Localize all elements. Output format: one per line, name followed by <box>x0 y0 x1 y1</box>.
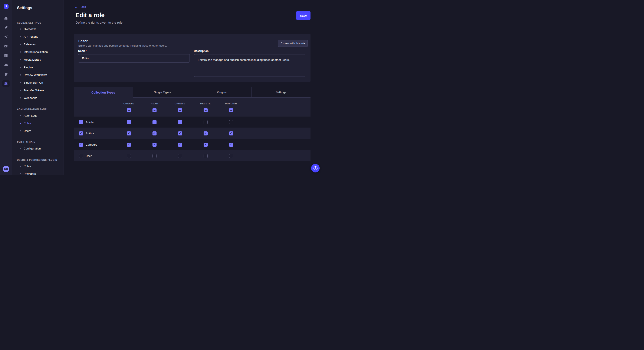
permission-row-category: Category <box>74 139 310 150</box>
sidebar-item-configuration[interactable]: Configuration <box>17 145 63 152</box>
checkbox-category-publish[interactable] <box>229 143 233 147</box>
nav-list: OverviewAPI TokensReleasesInternationali… <box>17 25 63 102</box>
role-fields: Name* Description Editors can manage and… <box>78 49 306 78</box>
save-button[interactable]: Save <box>296 11 310 20</box>
description-field-group: Description Editors can manage and publi… <box>194 49 306 78</box>
permissions-header: CREATEREADUPDATEDELETEPUBLISH <box>74 98 310 116</box>
tab-settings[interactable]: Settings <box>251 87 311 98</box>
checkbox-author-publish[interactable] <box>229 131 233 136</box>
checkbox-category-create[interactable] <box>127 143 131 147</box>
name-label: Name* <box>78 49 190 53</box>
checkbox-article-read[interactable] <box>152 120 156 124</box>
permissions-panel: CREATEREADUPDATEDELETEPUBLISH ArticleAut… <box>74 98 310 161</box>
tab-single-types[interactable]: Single Types <box>133 87 192 98</box>
checkbox-author-read[interactable] <box>152 131 156 136</box>
strapi-admin-app: KD Settings GLOBAL SETTINGSOverviewAPI T… <box>0 0 322 175</box>
sidebar-item-audit-logs[interactable]: Audit Logs <box>17 112 63 119</box>
media-library-icon[interactable] <box>4 44 8 48</box>
permissions-rows: ArticleAuthorCategoryUser <box>74 116 310 161</box>
checkbox-category-update[interactable] <box>178 143 182 147</box>
paper-plane-icon[interactable] <box>4 35 8 39</box>
permissions-tabs: Collection TypesSingle TypesPluginsSetti… <box>74 87 310 98</box>
checkbox-article-delete[interactable] <box>204 120 208 124</box>
tab-plugins[interactable]: Plugins <box>192 87 251 98</box>
help-button[interactable]: ? <box>311 164 320 173</box>
feather-icon[interactable] <box>4 25 8 29</box>
checkbox-author-create[interactable] <box>127 131 131 136</box>
description-label: Description <box>194 49 306 53</box>
checkbox-user-update[interactable] <box>178 154 182 158</box>
strapi-logo-icon[interactable] <box>4 4 8 9</box>
select-all-checkbox-update[interactable] <box>178 108 182 112</box>
checkbox-author-update[interactable] <box>178 131 182 136</box>
checkbox-user-delete[interactable] <box>204 154 208 158</box>
gear-icon[interactable] <box>2 80 10 87</box>
tab-collection-types[interactable]: Collection Types <box>74 87 133 98</box>
sidebar-item-internationalization[interactable]: Internationalization <box>17 48 63 56</box>
sidebar-item-roles[interactable]: Roles <box>17 162 63 170</box>
sidebar-item-roles[interactable]: Roles <box>17 119 63 127</box>
sidebar-item-users[interactable]: Users <box>17 127 63 135</box>
checkbox-category-read[interactable] <box>152 143 156 147</box>
sidebar-item-plugins[interactable]: Plugins <box>17 63 63 71</box>
sidebar-item-review-workflows[interactable]: Review Workflows <box>17 71 63 79</box>
checkbox-article-create[interactable] <box>127 120 131 124</box>
users-with-role-button[interactable]: 0 users with this role <box>278 40 308 47</box>
cloud-icon[interactable] <box>4 63 8 67</box>
layout-icon[interactable] <box>4 53 8 58</box>
row-label-author: Author <box>86 132 94 135</box>
checkbox-author-delete[interactable] <box>204 131 208 136</box>
sidebar-item-api-tokens[interactable]: API Tokens <box>17 33 63 40</box>
select-all-checkbox-delete[interactable] <box>204 108 208 112</box>
select-all-checkbox-publish[interactable] <box>229 108 233 112</box>
nav-section-label: EMAIL PLUGIN <box>17 141 63 144</box>
sidebar-item-webhooks[interactable]: Webhooks <box>17 94 63 102</box>
row-checkbox-user[interactable] <box>79 154 83 158</box>
question-mark-icon: ? <box>314 166 318 170</box>
checkbox-user-read[interactable] <box>152 154 156 158</box>
nav-list: Configuration <box>17 145 63 152</box>
main-nav-rail: KD <box>0 0 12 175</box>
nav-section-label: USERS & PERMISSIONS PLUGIN <box>17 159 63 161</box>
page-title: Edit a role <box>76 12 104 19</box>
sidebar-item-releases[interactable]: Releases <box>17 40 63 48</box>
checkbox-user-create[interactable] <box>127 154 131 158</box>
main-content: ← Back Edit a role Define the rights giv… <box>64 0 322 175</box>
home-icon[interactable] <box>4 16 8 20</box>
permission-row-author: Author <box>74 128 310 139</box>
nav-list: RolesProviders <box>17 162 63 175</box>
column-labels-row: CREATEREADUPDATEDELETEPUBLISH <box>74 102 310 105</box>
description-textarea[interactable]: Editors can manage and publish contents … <box>194 54 306 77</box>
sidebar-item-media-library[interactable]: Media Library <box>17 56 63 63</box>
row-label-category: Category <box>86 143 97 146</box>
select-all-checkbox-create[interactable] <box>127 108 131 112</box>
row-label-user: User <box>86 154 92 158</box>
checkbox-user-publish[interactable] <box>229 154 233 158</box>
page-subtitle: Define the rights given to the role <box>76 21 122 24</box>
permission-row-article: Article <box>74 116 310 128</box>
sidebar-item-overview[interactable]: Overview <box>17 25 63 33</box>
nav-section-label: GLOBAL SETTINGS <box>17 21 63 24</box>
back-arrow-icon: ← <box>75 5 78 8</box>
sidebar-item-single-sign-on[interactable]: Single Sign-On <box>17 79 63 86</box>
permission-row-user: User <box>74 150 310 161</box>
subnav-sections: GLOBAL SETTINGSOverviewAPI TokensRelease… <box>17 21 63 175</box>
user-avatar[interactable]: KD <box>3 166 9 172</box>
column-header-read: READ <box>142 102 167 105</box>
sidebar-item-transfer-tokens[interactable]: Transfer Tokens <box>17 86 63 94</box>
row-checkbox-author[interactable] <box>79 131 83 136</box>
back-link[interactable]: ← Back <box>75 5 86 8</box>
name-input[interactable] <box>78 54 190 62</box>
select-all-checkbox-read[interactable] <box>152 108 156 112</box>
checkbox-article-update[interactable] <box>178 120 182 124</box>
role-details-card: Editor Editors can manage and publish co… <box>74 34 310 82</box>
role-card-subtitle: Editors can manage and publish contents … <box>78 44 167 47</box>
checkbox-article-publish[interactable] <box>229 120 233 124</box>
rail-icon-list <box>0 16 12 87</box>
row-checkbox-category[interactable] <box>79 143 83 147</box>
column-header-delete: DELETE <box>193 102 218 105</box>
cart-icon[interactable] <box>4 72 8 76</box>
checkbox-category-delete[interactable] <box>204 143 208 147</box>
sidebar-item-providers[interactable]: Providers <box>17 170 63 175</box>
row-checkbox-article[interactable] <box>79 120 83 124</box>
